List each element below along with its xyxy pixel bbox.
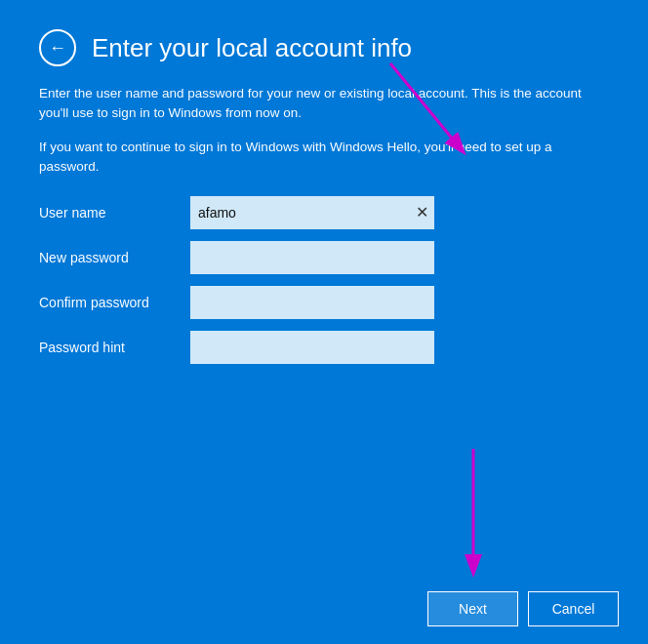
new-password-input[interactable] — [190, 241, 434, 274]
password-hint-label: Password hint — [39, 340, 190, 355]
bottom-arrow-annotation — [444, 439, 522, 599]
back-button[interactable]: ← — [39, 29, 76, 66]
new-password-row: New password — [39, 241, 609, 274]
clear-username-button[interactable]: ✕ — [416, 205, 428, 221]
password-hint-input-wrap — [190, 331, 434, 364]
page-title: Enter your local account info — [92, 33, 412, 63]
description-line1: Enter the user name and password for you… — [39, 84, 595, 124]
confirm-password-label: Confirm password — [39, 295, 190, 310]
confirm-password-input[interactable] — [190, 286, 434, 319]
back-icon: ← — [49, 38, 66, 59]
description-line2: If you want to continue to sign in to Wi… — [39, 138, 595, 178]
form-area: User name ✕ New password Confirm passwor… — [39, 196, 609, 364]
username-row: User name ✕ — [39, 196, 609, 229]
username-input[interactable] — [190, 196, 434, 229]
header: ← Enter your local account info — [39, 29, 609, 66]
cancel-button[interactable]: Cancel — [528, 591, 619, 626]
username-label: User name — [39, 205, 190, 221]
next-button[interactable]: Next — [427, 591, 518, 626]
bottom-arrow-svg — [444, 439, 522, 595]
new-password-label: New password — [39, 250, 190, 265]
new-password-input-wrap — [190, 241, 434, 274]
confirm-password-input-wrap — [190, 286, 434, 319]
confirm-password-row: Confirm password — [39, 286, 609, 319]
password-hint-row: Password hint — [39, 331, 609, 364]
username-input-wrap: ✕ — [190, 196, 434, 229]
buttons-area: Next Cancel — [427, 591, 619, 626]
password-hint-input[interactable] — [190, 331, 434, 364]
